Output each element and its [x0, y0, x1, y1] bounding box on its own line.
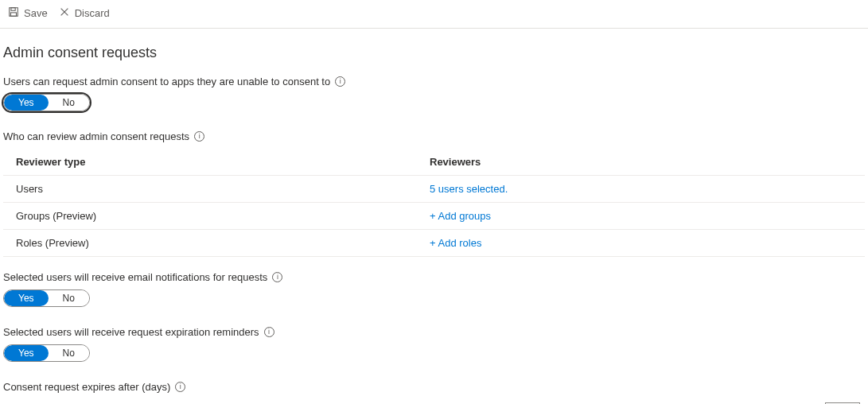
header-reviewers: Reviewers: [430, 156, 852, 168]
toggle-no[interactable]: No: [49, 345, 89, 361]
discard-label: Discard: [75, 7, 110, 19]
table-header: Reviewer type Reviewers: [3, 149, 865, 176]
reviewers-link-add-groups[interactable]: + Add groups: [430, 210, 852, 222]
cell-reviewer-type: Roles (Preview): [16, 237, 430, 249]
cell-reviewer-type: Groups (Preview): [16, 210, 430, 222]
field-label: Selected users will receive request expi…: [3, 326, 259, 338]
header-reviewer-type: Reviewer type: [16, 156, 430, 168]
reviewers-link-add-roles[interactable]: + Add roles: [430, 237, 852, 249]
field-email-notifications: Selected users will receive email notifi…: [3, 271, 865, 320]
toggle-no[interactable]: No: [49, 290, 89, 306]
svg-rect-2: [11, 13, 17, 16]
save-label: Save: [24, 7, 48, 19]
toolbar: Save Discard: [0, 0, 868, 29]
toggle-no[interactable]: No: [49, 95, 89, 111]
content: Admin consent requests Users can request…: [0, 29, 868, 404]
field-label: Selected users will receive email notifi…: [3, 271, 267, 283]
toggle-yes[interactable]: Yes: [4, 290, 49, 306]
table-row: Users 5 users selected.: [3, 176, 865, 203]
reviewers-link-users[interactable]: 5 users selected.: [430, 183, 852, 195]
info-icon[interactable]: i: [264, 327, 274, 337]
field-users-can-request: Users can request admin consent to apps …: [3, 76, 865, 124]
reviewers-table: Reviewer type Reviewers Users 5 users se…: [3, 149, 865, 257]
field-label: Who can review admin consent requests: [3, 130, 189, 142]
discard-button[interactable]: Discard: [59, 6, 110, 20]
field-expires-after: Consent request expires after (days) i 3…: [3, 381, 865, 404]
toggle-yes[interactable]: Yes: [4, 345, 49, 361]
table-row: Roles (Preview) + Add roles: [3, 230, 865, 257]
info-icon[interactable]: i: [272, 272, 282, 282]
info-icon[interactable]: i: [335, 76, 345, 87]
field-label: Users can request admin consent to apps …: [3, 76, 330, 87]
save-button[interactable]: Save: [8, 6, 48, 20]
close-icon: [59, 6, 70, 20]
toggle-yes[interactable]: Yes: [4, 95, 49, 111]
table-row: Groups (Preview) + Add groups: [3, 203, 865, 230]
field-expiration-reminders: Selected users will receive request expi…: [3, 326, 865, 375]
toggle-email-notifications[interactable]: Yes No: [3, 289, 90, 307]
cell-reviewer-type: Users: [16, 183, 430, 195]
section-title: Admin consent requests: [3, 45, 865, 61]
field-label: Consent request expires after (days): [3, 381, 170, 393]
info-icon[interactable]: i: [194, 131, 204, 142]
toggle-expiration-reminders[interactable]: Yes No: [3, 344, 90, 362]
svg-rect-1: [11, 8, 15, 11]
field-who-can-review: Who can review admin consent requests i …: [3, 130, 865, 257]
toggle-users-can-request[interactable]: Yes No: [3, 94, 90, 111]
save-icon: [8, 6, 19, 20]
info-icon[interactable]: i: [175, 382, 185, 392]
